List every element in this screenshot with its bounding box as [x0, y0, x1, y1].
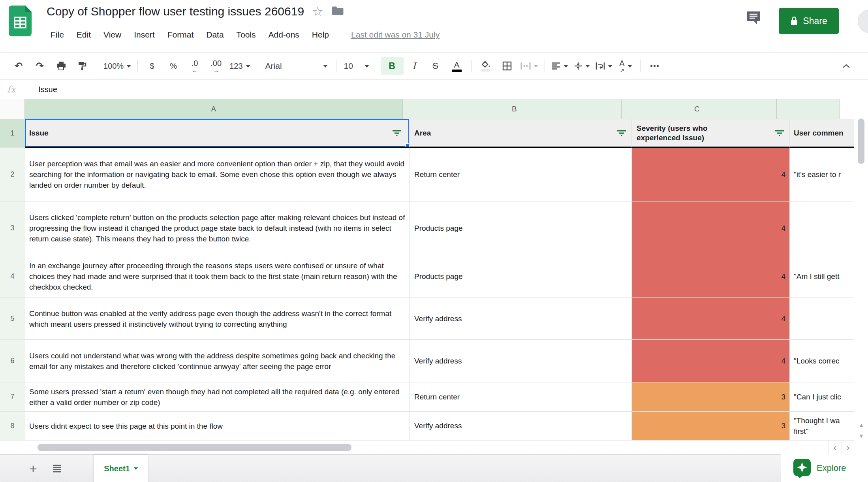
issue-cell[interactable]: Users clicked 'complete return' button o… [25, 201, 410, 255]
area-cell[interactable]: Return center [410, 382, 632, 412]
row-header-1[interactable]: 1 [0, 119, 25, 148]
move-folder-icon[interactable] [331, 6, 344, 17]
area-cell[interactable]: Verify address [410, 412, 632, 441]
vertical-scrollbar[interactable]: ▲ ▼ [854, 99, 868, 441]
menu-help[interactable]: Help [306, 28, 335, 42]
sheets-logo-icon[interactable] [9, 6, 32, 38]
column-header-d[interactable] [777, 99, 840, 119]
menu-edit[interactable]: Edit [70, 28, 97, 42]
star-icon[interactable]: ☆ [312, 5, 323, 18]
text-wrap-button[interactable] [593, 57, 615, 75]
area-cell[interactable]: Products page [410, 201, 632, 255]
menu-data[interactable]: Data [200, 28, 230, 42]
tab-sheet1[interactable]: Sheet1 [94, 455, 148, 482]
area-cell[interactable]: Verify address [410, 340, 632, 382]
vertical-scrollbar-thumb[interactable] [858, 119, 864, 164]
comment-cell[interactable]: "Looks correc [790, 340, 854, 382]
document-title[interactable]: Copy of Shopper flow user testing issues… [47, 5, 304, 18]
scroll-up-icon[interactable]: ▲ [854, 422, 868, 428]
increase-decimals-button[interactable]: .00→ [205, 57, 227, 75]
column-header-a[interactable]: A [25, 99, 403, 119]
severity-cell[interactable]: 4 [632, 148, 790, 201]
severity-cell[interactable]: 3 [632, 382, 790, 412]
filter-icon[interactable] [774, 130, 785, 136]
text-color-button[interactable]: A [446, 57, 468, 75]
cell-c1[interactable]: Severity (users who experienced issue) [632, 119, 790, 148]
redo-button[interactable]: ↷ [29, 57, 51, 75]
text-rotation-button[interactable]: A↗ [615, 57, 637, 75]
scroll-right-icon[interactable]: › [842, 441, 855, 454]
severity-cell[interactable]: 4 [632, 201, 790, 255]
vertical-align-button[interactable] [571, 57, 593, 75]
row-header-8[interactable]: 8 [0, 412, 25, 441]
comment-cell[interactable] [790, 201, 854, 255]
severity-cell[interactable]: 4 [632, 298, 790, 340]
horizontal-align-button[interactable] [549, 57, 571, 75]
comment-cell[interactable]: "Thought I wa first" [790, 412, 854, 441]
print-button[interactable] [51, 57, 72, 75]
last-edit-link[interactable]: Last edit was on 31 July [351, 30, 440, 40]
row-header-2[interactable]: 2 [0, 148, 25, 201]
column-header-c[interactable]: C [622, 99, 777, 119]
menu-addons[interactable]: Add-ons [262, 28, 306, 42]
scroll-left-icon[interactable]: ‹ [829, 441, 842, 454]
issue-cell[interactable]: Users could not understand what was wron… [25, 340, 410, 382]
comment-cell[interactable] [790, 298, 854, 340]
cell-a1-selected[interactable]: Issue [25, 119, 410, 148]
row-header-3[interactable]: 3 [0, 201, 25, 255]
issue-cell[interactable]: Users didnt expect to see this page at t… [25, 412, 410, 441]
borders-button[interactable] [496, 57, 518, 75]
paint-format-button[interactable] [72, 57, 93, 75]
add-sheet-button[interactable]: + [24, 455, 42, 482]
row-header-7[interactable]: 7 [0, 382, 25, 412]
area-cell[interactable]: Return center [410, 148, 632, 201]
comments-button[interactable] [746, 10, 761, 27]
filter-icon[interactable] [392, 130, 402, 136]
explore-button[interactable]: Explore [781, 454, 868, 482]
share-button[interactable]: Share [779, 8, 839, 34]
severity-cell[interactable]: 4 [632, 255, 790, 298]
number-format-button[interactable]: 123 [227, 57, 253, 75]
issue-cell[interactable]: User perception was that email was an ea… [25, 148, 410, 201]
cell-d1[interactable]: User commen [790, 119, 854, 148]
zoom-select[interactable]: 100% [101, 57, 134, 75]
comment-cell[interactable]: "Can I just clic [790, 382, 854, 412]
column-header-b[interactable]: B [403, 99, 622, 119]
scroll-down-icon[interactable]: ▼ [854, 433, 868, 439]
decrease-decimals-button[interactable]: .0← [184, 57, 205, 75]
avatar[interactable] [858, 9, 868, 33]
strikethrough-button[interactable]: S [425, 57, 446, 75]
italic-button[interactable]: I [404, 57, 425, 75]
font-size-select[interactable]: 10 [340, 57, 373, 75]
menu-view[interactable]: View [97, 28, 128, 42]
issue-cell[interactable]: In an exchange journey after proceeding … [25, 255, 410, 298]
menu-file[interactable]: File [44, 28, 70, 42]
row-header-4[interactable]: 4 [0, 255, 25, 298]
currency-format-button[interactable]: $ [141, 57, 163, 75]
bold-button[interactable]: B [381, 57, 404, 75]
font-select[interactable]: Arial [261, 57, 333, 75]
formula-input[interactable]: Issue [38, 85, 57, 94]
issue-cell[interactable]: Some users pressed 'start a return' even… [25, 382, 410, 412]
area-cell[interactable]: Verify address [410, 298, 632, 340]
row-header-6[interactable]: 6 [0, 340, 25, 382]
fill-color-button[interactable] [475, 57, 496, 75]
row-header-5[interactable]: 5 [0, 298, 25, 340]
severity-cell[interactable]: 3 [632, 412, 790, 441]
area-cell[interactable]: Products page [410, 255, 632, 298]
merge-cells-button[interactable] [518, 57, 541, 75]
menu-tools[interactable]: Tools [230, 28, 262, 42]
hide-menus-button[interactable] [836, 57, 857, 75]
issue-cell[interactable]: Continue button was enabled at the verif… [25, 298, 410, 340]
all-sheets-button[interactable] [48, 455, 66, 482]
menu-format[interactable]: Format [161, 28, 200, 42]
menu-insert[interactable]: Insert [128, 28, 161, 42]
fill-handle[interactable] [405, 143, 410, 148]
severity-cell[interactable]: 4 [632, 340, 790, 382]
comment-cell[interactable]: "Am I still gett [790, 255, 854, 298]
filter-icon[interactable] [616, 130, 627, 136]
cell-b1[interactable]: Area [410, 119, 632, 148]
select-all-corner[interactable] [0, 99, 25, 119]
horizontal-scrollbar[interactable]: ‹ › [0, 441, 868, 454]
comment-cell[interactable]: "it's easier to r [790, 148, 854, 201]
